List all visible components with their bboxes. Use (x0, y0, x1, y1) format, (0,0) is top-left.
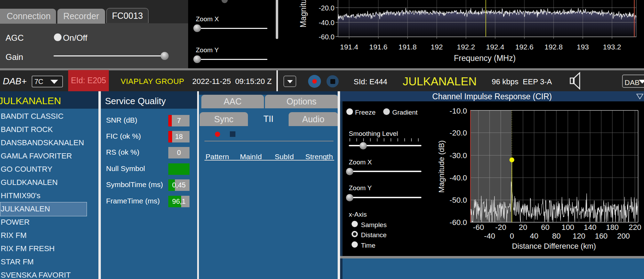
svg-text:60: 60 (541, 223, 549, 232)
svg-text:220: 220 (629, 223, 642, 232)
svg-text:Frequency (MHz): Frequency (MHz) (454, 54, 516, 63)
svg-text:191.8: 191.8 (399, 43, 417, 51)
svg-text:160: 160 (595, 232, 608, 240)
svg-text:140: 140 (584, 223, 597, 232)
svg-text:20: 20 (519, 223, 527, 232)
svg-text:192.2: 192.2 (457, 43, 475, 51)
svg-text:-30.0: -30.0 (450, 151, 467, 160)
svg-text:-20: -20 (495, 223, 506, 232)
svg-text:-50.0: -50.0 (450, 196, 467, 204)
svg-text:192.6: 192.6 (515, 43, 534, 51)
svg-text:193: 193 (577, 43, 589, 51)
svg-text:191.6: 191.6 (369, 43, 388, 51)
svg-text:191.4: 191.4 (340, 43, 359, 51)
svg-text:0: 0 (510, 232, 514, 240)
svg-text:192.4: 192.4 (486, 43, 505, 51)
svg-text:80: 80 (552, 232, 561, 240)
svg-text:-40.0: -40.0 (319, 19, 335, 26)
svg-text:-60.0: -60.0 (450, 218, 467, 227)
svg-text:-60.0: -60.0 (319, 33, 335, 41)
svg-text:180: 180 (606, 223, 619, 232)
svg-text:193.2: 193.2 (603, 43, 621, 51)
svg-text:200: 200 (617, 232, 630, 240)
svg-text:-40.0: -40.0 (450, 173, 467, 182)
svg-text:-60: -60 (473, 223, 484, 232)
svg-text:Distance Difference (km): Distance Difference (km) (512, 242, 596, 250)
svg-text:192.8: 192.8 (545, 43, 563, 51)
svg-text:-20.0: -20.0 (319, 4, 335, 12)
svg-text:100: 100 (562, 223, 574, 232)
svg-text:-20.0: -20.0 (450, 129, 467, 137)
svg-text:Magnitude (dB): Magnitude (dB) (299, 0, 308, 28)
svg-text:120: 120 (573, 232, 586, 240)
svg-text:192: 192 (430, 43, 443, 51)
svg-text:Magnitude (dB): Magnitude (dB) (437, 140, 446, 193)
svg-text:-10.0: -10.0 (450, 107, 467, 115)
svg-text:-40: -40 (484, 232, 495, 240)
svg-text:40: 40 (530, 232, 538, 240)
